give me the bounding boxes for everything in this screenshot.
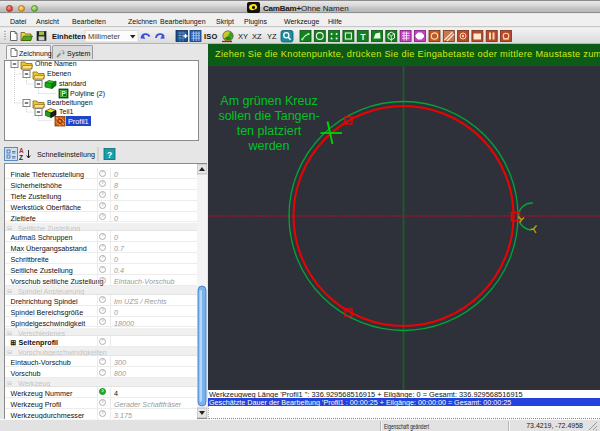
svg-text:Z: Z — [19, 154, 23, 161]
svg-text:A: A — [19, 147, 24, 154]
svg-text:P: P — [61, 90, 66, 97]
svg-text:T: T — [360, 32, 366, 42]
svg-text:?: ? — [107, 150, 112, 160]
